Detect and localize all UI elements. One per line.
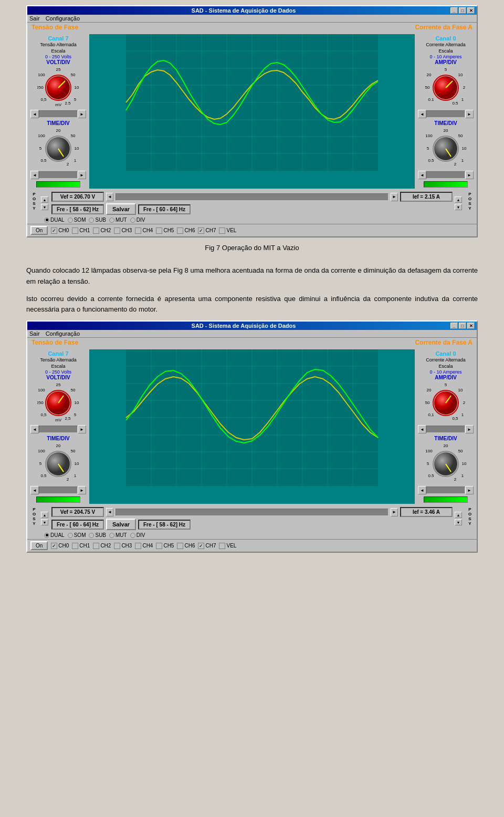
scroll-up-r-1[interactable]: ▲: [455, 197, 462, 203]
mode-mut-1[interactable]: MUT: [109, 217, 127, 223]
ch0-checkbox-2[interactable]: [51, 543, 57, 549]
vef-scroll-l-1[interactable]: ◄: [106, 193, 113, 201]
mode-sub-1[interactable]: SUB: [89, 217, 106, 223]
scroll-up-1[interactable]: ▲: [41, 197, 48, 203]
ch4-checkbox-1[interactable]: [135, 227, 141, 234]
r-scroll-right2-2[interactable]: ►: [465, 486, 474, 494]
scroll-down-1[interactable]: ▼: [41, 204, 48, 210]
ch3-item-1[interactable]: CH3: [114, 227, 132, 234]
mode-sub-2[interactable]: SUB: [89, 532, 106, 538]
ch5-checkbox-2[interactable]: [156, 543, 162, 549]
minimize-btn-1[interactable]: _: [450, 7, 458, 14]
ch6-item-1[interactable]: CH6: [177, 227, 195, 234]
pos-scroll-v1[interactable]: ▲ ▼: [41, 192, 49, 215]
vef-scroll-r-1[interactable]: ►: [391, 193, 398, 201]
scroll-up-r-2[interactable]: ▲: [455, 512, 462, 518]
ch0-item-2[interactable]: CH0: [51, 543, 69, 549]
close-btn-1[interactable]: ✕: [467, 7, 475, 14]
right-scroll-h-2[interactable]: ◄ ►: [418, 425, 474, 433]
ch3-item-2[interactable]: CH3: [114, 543, 132, 549]
right-scroll-h2-2[interactable]: ◄ ►: [418, 486, 474, 494]
ch5-checkbox-1[interactable]: [156, 227, 162, 234]
scroll-right-1[interactable]: ►: [78, 110, 86, 118]
vel-item-2[interactable]: VEL: [219, 543, 236, 549]
scroll-down-2[interactable]: ▼: [41, 519, 48, 525]
ch6-checkbox-1[interactable]: [177, 227, 183, 234]
left-scroll-h-2[interactable]: ◄ ►: [30, 425, 86, 433]
ch1-checkbox-1[interactable]: [72, 227, 78, 234]
mode-div-2[interactable]: DIV: [130, 532, 145, 538]
menu-config-2[interactable]: Configuração: [46, 330, 80, 337]
mode-som-1[interactable]: SOM: [68, 217, 86, 223]
radio-div-btn-1[interactable]: [130, 218, 135, 223]
ch6-item-2[interactable]: CH6: [177, 543, 195, 549]
left-scroll-h2-2[interactable]: ◄ ►: [30, 486, 86, 494]
r-scroll-left2-2[interactable]: ◄: [418, 486, 426, 494]
radio-dual-btn-1[interactable]: [44, 218, 49, 223]
radio-mut-btn-2[interactable]: [109, 533, 114, 538]
close-btn-2[interactable]: ✕: [467, 323, 475, 329]
vel-checkbox-1[interactable]: [219, 227, 225, 234]
right-scroll-h-1[interactable]: ◄ ►: [418, 110, 474, 118]
ch0-checkbox-1[interactable]: [51, 227, 57, 234]
minimize-btn-2[interactable]: _: [450, 323, 458, 329]
ch7-item-1[interactable]: CH7: [198, 227, 216, 234]
r-scroll-left-2[interactable]: ◄: [418, 425, 426, 433]
radio-div-btn-2[interactable]: [130, 533, 135, 538]
scroll-right-l2[interactable]: ►: [78, 425, 86, 433]
vef-scroll-r-2[interactable]: ►: [391, 508, 398, 516]
time-knob-2[interactable]: 20 50 10 100 0.5 2 1 5: [37, 443, 79, 485]
vel-item-1[interactable]: VEL: [219, 227, 236, 234]
mode-dual-2[interactable]: DUAL: [44, 532, 65, 538]
volt-knob-1[interactable]: 25 50 10 100 250 0,5 mV 2.5 5: [37, 67, 79, 109]
r-scroll-left2-1[interactable]: ◄: [418, 171, 426, 179]
scroll-right2-1[interactable]: ►: [78, 171, 86, 179]
ch5-item-2[interactable]: CH5: [156, 543, 174, 549]
ch-on-btn-2[interactable]: On: [30, 541, 48, 550]
radio-sub-btn-1[interactable]: [89, 218, 94, 223]
ch4-item-2[interactable]: CH4: [135, 543, 153, 549]
ch2-item-2[interactable]: CH2: [93, 543, 111, 549]
ch0-item-1[interactable]: CH0: [51, 227, 69, 234]
r-scroll-right2-1[interactable]: ►: [465, 171, 474, 179]
left-scroll-h-1[interactable]: ◄ ►: [30, 110, 86, 118]
left-scroll-h2-1[interactable]: ◄ ►: [30, 171, 86, 179]
scroll-up-2[interactable]: ▲: [41, 512, 48, 518]
vef-scroll-l-2[interactable]: ◄: [106, 508, 113, 516]
ch7-item-2[interactable]: CH7: [198, 543, 216, 549]
scroll-left-l2[interactable]: ◄: [30, 425, 39, 433]
ch-on-btn-1[interactable]: On: [30, 226, 48, 235]
radio-som-btn-1[interactable]: [68, 218, 73, 223]
ch5-item-1[interactable]: CH5: [156, 227, 174, 234]
scroll-right2-l2[interactable]: ►: [78, 486, 86, 494]
ch3-checkbox-2[interactable]: [114, 543, 120, 549]
right-time-knob-2[interactable]: 20 50 10 100 0.5 2 1 5: [425, 443, 467, 485]
scroll-left2-l2[interactable]: ◄: [30, 486, 39, 494]
salvar-btn-1[interactable]: Salvar: [106, 203, 136, 215]
amp-knob-1[interactable]: 5 10 2 20 50 0.1 0.5 1: [425, 67, 467, 109]
mode-dual-1[interactable]: DUAL: [44, 217, 65, 223]
ch1-checkbox-2[interactable]: [72, 543, 78, 549]
ch4-item-1[interactable]: CH4: [135, 227, 153, 234]
menu-sair-1[interactable]: Sair: [29, 15, 40, 22]
mode-mut-2[interactable]: MUT: [109, 532, 127, 538]
right-time-knob-1[interactable]: 20 50 10 100 0.5 2 1 5: [425, 128, 467, 170]
maximize-btn-1[interactable]: □: [459, 7, 466, 14]
radio-sub-btn-2[interactable]: [89, 533, 94, 538]
ch1-item-2[interactable]: CH1: [72, 543, 90, 549]
maximize-btn-2[interactable]: □: [459, 323, 466, 329]
r-scroll-right-2[interactable]: ►: [465, 425, 474, 433]
pos-scroll-v-right-1[interactable]: ▲ ▼: [455, 192, 463, 215]
ch1-item-1[interactable]: CH1: [72, 227, 90, 234]
pos-scroll-v-right-2[interactable]: ▲ ▼: [455, 507, 463, 530]
ch4-checkbox-2[interactable]: [135, 543, 141, 549]
scroll-left2-1[interactable]: ◄: [30, 171, 39, 179]
ch2-item-1[interactable]: CH2: [93, 227, 111, 234]
scroll-down-r-2[interactable]: ▼: [455, 519, 462, 525]
time-knob-1[interactable]: 20 50 10 100 0.5 2 1 5: [37, 128, 79, 170]
ch7-checkbox-1[interactable]: [198, 227, 204, 234]
scroll-left-1[interactable]: ◄: [30, 110, 39, 118]
ch7-checkbox-2[interactable]: [198, 543, 204, 549]
radio-mut-btn-1[interactable]: [109, 218, 114, 223]
radio-dual-btn-2[interactable]: [44, 533, 49, 538]
